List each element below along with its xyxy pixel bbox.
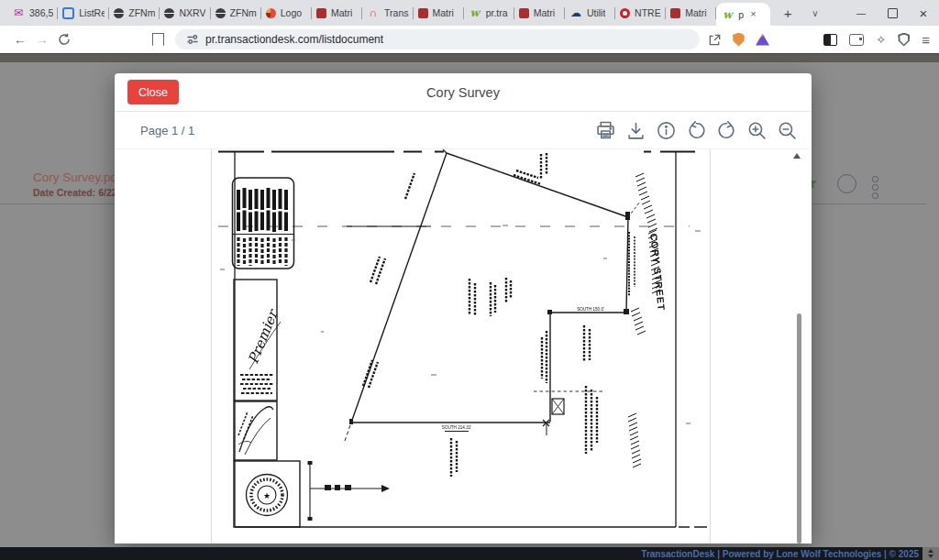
browser-tab[interactable]: Matri: [514, 0, 565, 26]
lonewolf-icon: [469, 6, 481, 19]
address-bar[interactable]: pr.transactiondesk.com/listdocument: [175, 29, 700, 49]
tab-label: Trans: [384, 7, 408, 18]
extension-badge: 3: [740, 29, 750, 38]
window-maximize-button[interactable]: [877, 0, 908, 26]
page-scroll-corner: [922, 547, 939, 560]
reload-icon: [58, 33, 71, 46]
matrix-icon: [519, 8, 529, 18]
tab-label: ZFNm: [230, 7, 257, 18]
tab-label: Matri: [331, 7, 352, 18]
globe-icon: [215, 8, 226, 18]
tab-label: Utilit: [587, 7, 605, 18]
browser-tab[interactable]: pr.tra: [464, 0, 514, 26]
browser-menu-icon[interactable]: [922, 33, 930, 47]
kebab-menu-icon: [872, 176, 877, 201]
browser-tab[interactable]: Matri: [312, 0, 362, 26]
zoom-out-icon: [778, 121, 797, 140]
browser-tab[interactable]: 386,5: [7, 0, 58, 26]
shield-extension-button[interactable]: 3: [731, 32, 746, 48]
download-button[interactable]: [625, 120, 646, 140]
side-panel-icon[interactable]: [823, 34, 837, 46]
browser-tab[interactable]: ZFNm: [211, 0, 261, 26]
browser-tab[interactable]: NTRE: [615, 0, 666, 26]
footer-branding: TransactionDesk | Powered by Lone Wolf T…: [641, 549, 919, 559]
survey-border: [235, 151, 707, 527]
tab-label: Matri: [685, 7, 706, 18]
privacy-shield-icon[interactable]: [898, 33, 910, 47]
reload-button[interactable]: [53, 28, 75, 50]
alert-extension-button[interactable]: 1: [755, 32, 770, 48]
download-icon: [626, 121, 646, 140]
back-button[interactable]: ←: [9, 28, 31, 50]
browser-tab[interactable]: Matri: [414, 0, 464, 26]
tab-label: ZFNm: [128, 7, 155, 18]
zoom-in-button[interactable]: [746, 120, 767, 140]
browser-tab[interactable]: Matri: [666, 0, 716, 26]
tab-search-chevron-icon[interactable]: [800, 0, 831, 26]
scroll-down-icon[interactable]: [928, 555, 933, 558]
sparkle-icon[interactable]: [876, 33, 886, 47]
tab-label: NXRV: [179, 7, 205, 18]
logo-icon: [266, 8, 276, 18]
print-button[interactable]: [595, 120, 615, 140]
document-list-date: Date Created: 6/22: [33, 187, 117, 198]
tab-label: 386,5: [29, 7, 53, 18]
printer-icon: [596, 121, 615, 140]
browser-tab[interactable]: Logo: [261, 0, 312, 26]
matrix-icon: [418, 8, 428, 18]
tab-label: p: [738, 9, 744, 20]
scroll-up-icon[interactable]: [928, 549, 933, 553]
notes-block: [233, 178, 294, 269]
rotate-cw-icon: [717, 121, 736, 140]
share-button[interactable]: [707, 32, 723, 48]
viewer-scrollbar-thumb[interactable]: [797, 313, 801, 544]
info-icon: [657, 121, 676, 140]
tab-close-icon[interactable]: [750, 9, 756, 19]
select-circle-icon: [837, 174, 856, 193]
bookmark-icon[interactable]: [152, 33, 164, 46]
new-tab-button[interactable]: [776, 1, 800, 25]
forward-button[interactable]: →: [31, 28, 53, 50]
wallet-icon[interactable]: [849, 34, 864, 46]
browser-action-icons: [823, 33, 930, 47]
close-button[interactable]: Close: [127, 80, 179, 104]
seal-star-icon: ★: [263, 491, 271, 500]
zoom-in-icon: [747, 121, 767, 140]
annotation-text-marks: [363, 153, 597, 477]
viewer-scroll-up-icon[interactable]: [793, 153, 801, 159]
extension-badge: 1: [764, 29, 774, 38]
browser-tab[interactable]: Trans: [362, 0, 413, 26]
browser-tab-active[interactable]: p: [716, 3, 770, 26]
zoom-out-button[interactable]: [777, 120, 797, 140]
share-icon: [708, 33, 722, 47]
rotate-right-button[interactable]: [716, 120, 736, 140]
modal-header: Close Cory Survey: [115, 73, 812, 112]
rotate-ccw-icon: [687, 121, 706, 140]
info-button[interactable]: [656, 120, 676, 140]
viewer-toolbar: Page 1 / 1: [115, 112, 812, 149]
site-header-strip: [0, 53, 939, 62]
page-indicator: Page 1 / 1: [140, 124, 194, 137]
utilities-cloud-icon: [569, 6, 582, 19]
document-viewer: SOUTH 214.31' SOUTH 150.0' CORY STREET P…: [115, 149, 812, 544]
window-close-button[interactable]: [908, 0, 939, 26]
corner-monuments: [349, 212, 630, 424]
window-minimize-button[interactable]: [845, 0, 877, 26]
site-controls-icon: [186, 33, 199, 46]
browser-tab[interactable]: ListRe: [58, 0, 109, 26]
tab-label: pr.tra: [486, 7, 508, 18]
listreports-icon: [62, 7, 74, 19]
browser-tab[interactable]: NXRV: [160, 0, 210, 26]
globe-icon: [114, 8, 124, 18]
browser-tab-strip: 386,5 ListRe ZFNm NXRV ZFNm Logo Matri T…: [0, 0, 939, 26]
ntreis-icon: [620, 8, 630, 18]
browser-tab[interactable]: ZFNm: [109, 0, 160, 26]
south-boundary-label: SOUTH 214.31': [442, 425, 471, 430]
rotate-left-button[interactable]: [686, 120, 706, 140]
lonewolf-icon: [721, 8, 734, 21]
transactiondesk-icon: [367, 6, 380, 19]
browser-tab[interactable]: Utilit: [565, 0, 615, 26]
url-text: pr.transactiondesk.com/listdocument: [205, 33, 383, 46]
tab-label: Matri: [433, 7, 454, 18]
modal-title: Cory Survey: [426, 85, 500, 100]
